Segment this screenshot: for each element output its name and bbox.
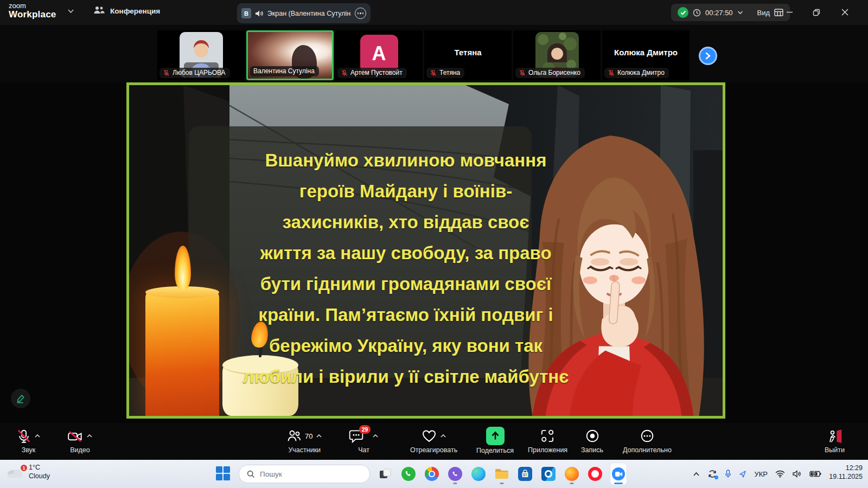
participant-tile-valentyna[interactable]: Валентина Сутуліна <box>246 30 334 80</box>
minimize-button[interactable] <box>777 0 802 24</box>
volume-icon[interactable] <box>793 470 802 478</box>
apps-icon <box>540 429 555 443</box>
zoom-workplace-logo: zoom Workplace <box>9 2 56 19</box>
more-icon <box>640 429 654 443</box>
firefox-icon[interactable] <box>564 463 580 485</box>
taskbar-time: 12:29 <box>829 464 863 472</box>
participant-name-label: Тетяна <box>426 68 464 78</box>
opera-icon[interactable] <box>587 463 603 485</box>
react-chevron-icon[interactable] <box>440 434 446 438</box>
tray-chevron-up-icon[interactable] <box>693 472 700 477</box>
edge-icon[interactable] <box>470 463 487 485</box>
participants-chevron-icon[interactable] <box>316 434 322 438</box>
react-label: Отреагировать <box>410 446 457 454</box>
slide-text-panel <box>189 126 532 378</box>
sync-icon[interactable] <box>707 469 717 479</box>
windows-taskbar: 1 1°C Cloudy <box>0 460 868 488</box>
outlook-icon[interactable] <box>540 463 557 485</box>
participant-tile-artem[interactable]: А Артем Пустовойт <box>335 30 423 80</box>
mic-muted-icon <box>341 69 348 76</box>
participant-name: Тетяна <box>439 69 460 76</box>
taskbar-date: 19.11.2025 <box>829 472 863 481</box>
taskbar-clock[interactable]: 12:29 19.11.2025 <box>829 464 863 481</box>
chat-unread-badge: 29 <box>359 425 371 434</box>
record-button[interactable]: Запись <box>581 427 603 454</box>
viber-icon[interactable] <box>447 463 463 485</box>
leave-button[interactable]: Выйти <box>825 427 845 454</box>
participants-button[interactable]: 70 Участники <box>286 427 322 454</box>
tab-conference[interactable]: Конференция <box>93 5 160 16</box>
avatar-letter: А <box>360 35 398 73</box>
participant-name-label: Колюка Дмитро <box>604 68 669 78</box>
task-view-icon[interactable] <box>377 463 393 485</box>
whatsapp-icon[interactable] <box>400 463 417 485</box>
participant-name-big: Колюка Дмитро <box>602 48 690 57</box>
chrome-icon[interactable] <box>424 463 440 485</box>
restore-button[interactable] <box>804 0 829 24</box>
video-label: Видео <box>70 446 90 454</box>
weather-condition: Cloudy <box>29 472 50 481</box>
next-participants-button[interactable] <box>699 47 717 65</box>
more-label: Дополнительно <box>623 446 672 454</box>
participant-tile-olha[interactable]: Ольга Борисенко <box>513 30 601 80</box>
share-button[interactable]: Поделиться <box>476 427 514 454</box>
location-icon[interactable] <box>739 470 746 478</box>
video-button[interactable]: Видео <box>67 427 93 454</box>
chat-chevron-icon[interactable] <box>372 434 379 438</box>
participants-strip: Любов ЦАРЬОВА Валентина Сутуліна А Артем… <box>0 25 868 82</box>
more-button[interactable]: Дополнительно <box>623 427 672 454</box>
shared-screen[interactable]: Вшануймо хвилиною мовчання героїв Майдан… <box>126 82 725 419</box>
apps-button[interactable]: Приложения <box>528 427 567 454</box>
leave-icon <box>827 429 843 444</box>
weather-alert-badge: 1 <box>20 464 28 472</box>
browser-badge: В <box>241 8 251 18</box>
camera-muted-icon <box>67 429 83 444</box>
video-options-chevron-icon[interactable] <box>86 434 93 438</box>
clock-icon <box>693 9 701 17</box>
file-explorer-icon[interactable] <box>494 463 510 485</box>
chat-button[interactable]: 29 Чат <box>349 427 379 454</box>
chevron-down-icon[interactable] <box>737 10 743 15</box>
heart-icon <box>422 429 437 443</box>
security-shield-icon <box>678 7 688 18</box>
tab-screen-share[interactable]: В Экран (Валентина Сутуліна) <box>237 3 371 23</box>
participant-name: Ольга Борисенко <box>528 69 580 76</box>
search-input[interactable] <box>260 470 341 478</box>
annotate-button[interactable] <box>11 389 30 408</box>
audio-options-chevron-icon[interactable] <box>34 434 41 438</box>
participant-name: Колюка Дмитро <box>617 69 665 76</box>
record-icon <box>585 429 599 443</box>
participant-name-label: Ольга Борисенко <box>515 68 585 78</box>
chat-label: Чат <box>358 446 369 454</box>
weather-temp: 1°C <box>29 464 50 472</box>
start-button[interactable] <box>216 466 231 481</box>
microsoft-store-icon[interactable] <box>517 463 533 485</box>
meeting-info-pill[interactable]: 00:27:50 Вид <box>671 4 790 21</box>
participant-tile-tetyana[interactable]: Тетяна Тетяна <box>424 30 512 80</box>
participant-name-big: Тетяна <box>424 48 512 57</box>
taskbar-search[interactable] <box>239 465 370 483</box>
record-label: Запись <box>581 446 603 454</box>
tray-mic-icon[interactable] <box>725 470 731 478</box>
participant-name: Артем Пустовойт <box>350 69 403 76</box>
language-indicator[interactable]: УКР <box>754 470 768 478</box>
react-button[interactable]: Отреагировать <box>410 427 457 454</box>
participant-name-label: Валентина Сутуліна <box>250 66 319 76</box>
main-stage: Вшануймо хвилиною мовчання героїв Майдан… <box>0 82 868 423</box>
zoom-app-icon[interactable] <box>610 463 627 485</box>
participant-tile-lyubov[interactable]: Любов ЦАРЬОВА <box>157 30 245 80</box>
participants-icon <box>286 429 302 443</box>
close-button[interactable] <box>832 0 857 24</box>
wifi-icon[interactable] <box>775 470 785 478</box>
participant-tile-kolyuka[interactable]: Колюка Дмитро Колюка Дмитро <box>602 30 690 80</box>
view-button-label[interactable]: Вид <box>757 9 770 17</box>
zoom-titlebar: zoom Workplace Конференция В Экран (Вале… <box>0 0 868 25</box>
audio-button[interactable]: Звук <box>16 427 41 454</box>
weather-widget[interactable]: 1 1°C Cloudy <box>5 464 50 480</box>
participants-label: Участники <box>288 446 321 454</box>
tab-screen-share-label: Экран (Валентина Сутуліна) <box>267 10 351 17</box>
tab-options-icon[interactable] <box>355 8 366 19</box>
battery-icon[interactable] <box>809 471 821 477</box>
chevron-down-icon[interactable] <box>67 9 74 14</box>
search-icon <box>247 470 255 478</box>
